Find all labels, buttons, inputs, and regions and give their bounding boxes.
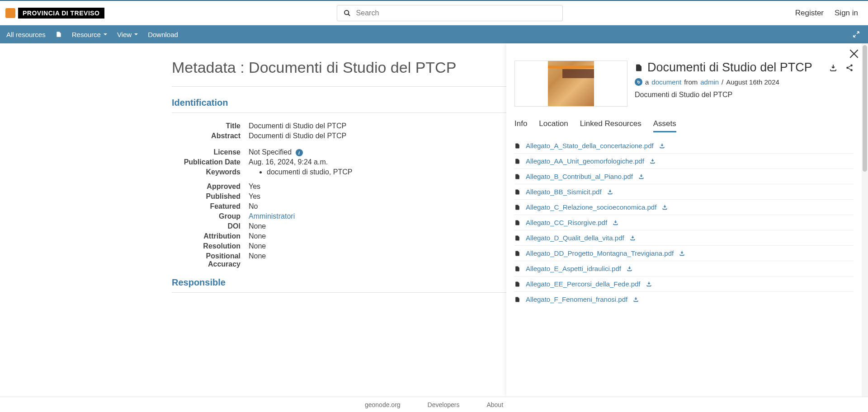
info-icon[interactable]: i bbox=[296, 149, 303, 156]
svg-point-4 bbox=[850, 64, 853, 66]
asset-list: Allegato_A_Stato_della_concertazione.pdf… bbox=[514, 138, 854, 307]
download-icon[interactable] bbox=[633, 296, 639, 302]
tab-location[interactable]: Location bbox=[539, 119, 568, 132]
label-resolution: Resolution bbox=[172, 242, 249, 250]
asset-link[interactable]: Allegato_D_Qualit_della_vita.pdf bbox=[526, 234, 624, 242]
label-abstract: Abstract bbox=[172, 132, 249, 140]
panel-title-area: Documenti di Studio del PTCP ↻ a bbox=[635, 61, 854, 100]
nav-document-icon[interactable] bbox=[56, 30, 62, 38]
scrollbar-thumb[interactable] bbox=[863, 45, 867, 172]
search-icon bbox=[344, 9, 351, 17]
nav-download[interactable]: Download bbox=[148, 31, 178, 38]
download-icon[interactable] bbox=[613, 220, 618, 225]
asset-link[interactable]: Allegato_A_Stato_della_concertazione.pdf bbox=[526, 142, 654, 150]
chevron-down-icon bbox=[134, 33, 138, 35]
download-icon[interactable] bbox=[659, 143, 665, 149]
asset-link[interactable]: Allegato_E_Aspetti_idraulici.pdf bbox=[526, 265, 621, 272]
download-icon[interactable] bbox=[650, 158, 656, 164]
label-license: License bbox=[172, 148, 249, 156]
label-featured: Featured bbox=[172, 202, 249, 211]
asset-link[interactable]: Allegato_EE_Percorsi_della_Fede.pdf bbox=[526, 280, 641, 288]
download-icon[interactable] bbox=[627, 266, 632, 272]
label-approved: Approved bbox=[172, 183, 249, 191]
download-icon[interactable] bbox=[630, 235, 636, 241]
file-icon bbox=[514, 173, 520, 180]
download-icon[interactable] bbox=[607, 189, 613, 195]
nav-view[interactable]: View bbox=[117, 31, 138, 38]
meta-a: a bbox=[645, 78, 649, 86]
topbar-right: Register Sign in bbox=[795, 9, 863, 18]
file-icon bbox=[514, 158, 520, 165]
tab-info[interactable]: Info bbox=[514, 119, 527, 132]
register-link[interactable]: Register bbox=[795, 9, 824, 18]
panel-description: Documenti di Studio del PTCP bbox=[635, 89, 854, 100]
nav-download-label: Download bbox=[148, 31, 178, 38]
nav-all-resources-label: All resources bbox=[6, 31, 46, 38]
scrollbar[interactable] bbox=[862, 43, 868, 397]
asset-link[interactable]: Allegato_C_Relazione_socioeconomica.pdf bbox=[526, 203, 656, 211]
panel-title: Documenti di Studio del PTCP bbox=[647, 61, 825, 75]
label-positional-accuracy: Positional Accuracy bbox=[172, 252, 249, 268]
asset-item: Allegato_D_Qualit_della_vita.pdf bbox=[514, 230, 854, 246]
label-published: Published bbox=[172, 192, 249, 201]
navbar: All resources Resource View Download bbox=[0, 25, 868, 43]
search-input[interactable] bbox=[356, 9, 556, 17]
asset-item: Allegato_EE_Percorsi_della_Fede.pdf bbox=[514, 276, 854, 292]
panel-meta-line: ↻ a document from admin / August 16th 20… bbox=[635, 78, 854, 86]
file-icon bbox=[514, 265, 520, 272]
label-doi: DOI bbox=[172, 222, 249, 230]
search-container bbox=[104, 5, 795, 21]
main-area: Metadata : Documenti di Studio del PTCP … bbox=[0, 43, 868, 397]
brand-text: PROVINCIA DI TREVISO bbox=[18, 8, 104, 19]
panel-tabs: Info Location Linked Resources Assets bbox=[514, 119, 854, 133]
download-icon[interactable] bbox=[679, 250, 685, 256]
expand-icon[interactable] bbox=[853, 31, 860, 38]
meta-from: from bbox=[684, 78, 698, 86]
asset-item: Allegato_DD_Progetto_Montagna_Trevigiana… bbox=[514, 246, 854, 261]
asset-link[interactable]: Allegato_B_Contributi_al_Piano.pdf bbox=[526, 173, 633, 180]
signin-link[interactable]: Sign in bbox=[835, 9, 858, 18]
brand-logo[interactable]: PROVINCIA DI TREVISO bbox=[5, 8, 104, 19]
file-icon bbox=[514, 296, 520, 303]
topbar: PROVINCIA DI TREVISO Register Sign in bbox=[0, 0, 868, 25]
thumbnail bbox=[514, 61, 627, 107]
type-link[interactable]: document bbox=[651, 78, 681, 86]
panel-header: Documenti di Studio del PTCP ↻ a bbox=[514, 61, 854, 107]
asset-item: Allegato_AA_Unit_geomorfologiche.pdf bbox=[514, 154, 854, 169]
document-icon bbox=[635, 63, 643, 73]
svg-point-0 bbox=[344, 10, 349, 14]
asset-link[interactable]: Allegato_BB_Sismicit.pdf bbox=[526, 188, 602, 196]
nav-view-label: View bbox=[117, 31, 132, 38]
asset-link[interactable]: Allegato_CC_Risorgive.pdf bbox=[526, 219, 607, 226]
side-panel-content: Documenti di Studio del PTCP ↻ a bbox=[506, 43, 862, 397]
download-icon[interactable] bbox=[638, 173, 644, 179]
search-box[interactable] bbox=[337, 5, 563, 21]
tab-linked-resources[interactable]: Linked Resources bbox=[580, 119, 642, 132]
download-icon[interactable] bbox=[829, 64, 837, 72]
user-link[interactable]: admin bbox=[700, 78, 719, 86]
file-icon bbox=[514, 281, 520, 288]
asset-item: Allegato_C_Relazione_socioeconomica.pdf bbox=[514, 200, 854, 215]
nav-resource-label: Resource bbox=[72, 31, 101, 38]
svg-point-6 bbox=[850, 69, 853, 71]
tab-assets[interactable]: Assets bbox=[653, 119, 676, 132]
nav-all-resources[interactable]: All resources bbox=[6, 31, 46, 38]
svg-line-8 bbox=[848, 68, 850, 70]
label-publication-date: Publication Date bbox=[172, 158, 249, 166]
nav-resource[interactable]: Resource bbox=[72, 31, 107, 38]
asset-link[interactable]: Allegato_F_Fenomeni_franosi.pdf bbox=[526, 295, 627, 303]
label-keywords: Keywords bbox=[172, 168, 249, 176]
license-icon: ↻ bbox=[635, 78, 642, 86]
chevron-down-icon bbox=[104, 33, 107, 35]
asset-link[interactable]: Allegato_AA_Unit_geomorfologiche.pdf bbox=[526, 157, 644, 165]
group-link[interactable]: Amministratori bbox=[249, 212, 295, 220]
meta-sep: / bbox=[722, 78, 723, 86]
label-title: Title bbox=[172, 122, 249, 130]
download-icon[interactable] bbox=[662, 204, 668, 210]
file-icon bbox=[514, 188, 520, 196]
asset-link[interactable]: Allegato_DD_Progetto_Montagna_Trevigiana… bbox=[526, 249, 674, 257]
close-icon[interactable] bbox=[848, 48, 860, 60]
download-icon[interactable] bbox=[646, 281, 652, 287]
share-icon[interactable] bbox=[845, 64, 854, 72]
side-panel: Documenti di Studio del PTCP ↻ a bbox=[506, 43, 868, 397]
